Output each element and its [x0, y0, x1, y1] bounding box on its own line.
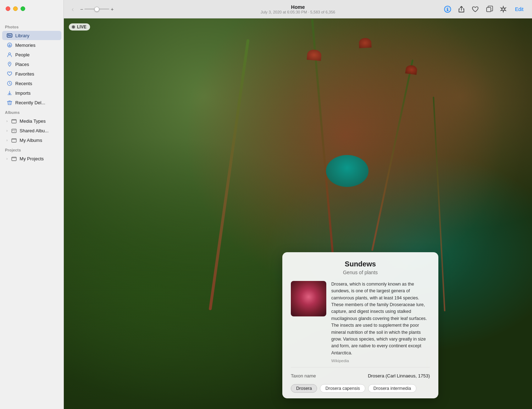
live-dot [72, 25, 75, 29]
favorites-icon [6, 71, 13, 77]
svg-rect-8 [12, 130, 13, 131]
sidebar-item-library[interactable]: Library [2, 31, 61, 40]
popup-taxon-label: Taxon name [291, 373, 316, 378]
sidebar: Photos Library Memories [0, 0, 64, 409]
my-projects-label: My Projects [20, 156, 44, 161]
enhance-button[interactable] [498, 4, 509, 15]
sidebar-item-media-types[interactable]: › Media Types [2, 116, 61, 126]
svg-rect-10 [14, 131, 15, 132]
popup-taxon-value: Drosera (Carl Linnaeus, 1753) [368, 373, 430, 378]
zoom-plus-icon[interactable]: + [111, 6, 113, 12]
zoom-slider[interactable] [84, 9, 109, 10]
sidebar-item-favorites[interactable]: Favorites [2, 69, 61, 78]
title-bar: ‹ − + Home July 3, 2020 at 6:05:30 PM · … [64, 0, 532, 18]
duplicate-button[interactable] [484, 4, 494, 14]
popup-title: Sundews [291, 260, 430, 268]
expand-icon-projects: › [6, 157, 7, 161]
albums-section-label: Albums [0, 107, 63, 116]
imports-icon [6, 90, 13, 96]
sidebar-item-recently-deleted[interactable]: Recently Del... [2, 98, 61, 107]
zoom-minus-icon[interactable]: − [80, 6, 83, 12]
nav-controls: ‹ − + [70, 5, 113, 14]
info-icon [444, 5, 451, 13]
title-center: Home July 3, 2020 at 6:05:30 PM · 5,583 … [261, 4, 335, 14]
svg-point-1 [8, 35, 9, 36]
my-projects-icon [11, 155, 17, 162]
sidebar-item-memories[interactable]: Memories [2, 40, 61, 50]
popup-tag-drosera-intermedia[interactable]: Drosera intermedia [368, 384, 416, 393]
maximize-button[interactable] [21, 6, 25, 11]
expand-icon-myalbums: › [6, 138, 7, 142]
info-button[interactable] [442, 4, 453, 15]
media-types-label: Media Types [20, 118, 45, 124]
live-label: LIVE [77, 24, 87, 29]
info-popup: Sundews Genus of plants Drosera, which i… [282, 252, 438, 398]
edit-button[interactable]: Edit [512, 5, 526, 13]
memories-icon [6, 42, 13, 48]
duplicate-icon [486, 5, 493, 13]
photo-background: LIVE Sundews Genus of plants Drosera, wh… [64, 18, 532, 409]
projects-section-label: Projects [0, 145, 63, 154]
popup-tag-drosera[interactable]: Drosera [291, 384, 317, 393]
favorite-button[interactable] [470, 4, 481, 15]
library-icon [6, 32, 13, 39]
traffic-lights [6, 6, 25, 11]
close-button[interactable] [6, 6, 10, 11]
popup-thumbnail [291, 281, 326, 316]
people-label: People [15, 52, 29, 57]
places-label: Places [15, 62, 29, 67]
popup-source: Wikipedia [331, 359, 430, 363]
photo-area: LIVE Sundews Genus of plants Drosera, wh… [64, 18, 532, 409]
sidebar-item-people[interactable]: People [2, 50, 61, 59]
my-albums-label: My Albums [20, 138, 42, 143]
zoom-controls: − + [80, 6, 113, 12]
popup-tags: Drosera Drosera capensis Drosera interme… [291, 384, 430, 393]
sidebar-item-my-projects[interactable]: › My Projects [2, 154, 61, 163]
svg-rect-9 [14, 130, 16, 131]
popup-body: Drosera, which is commonly known as the … [291, 281, 430, 363]
media-types-icon [11, 118, 17, 124]
share-icon [458, 6, 465, 13]
popup-subtitle: Genus of plants [291, 270, 430, 275]
share-button[interactable] [456, 4, 466, 14]
svg-rect-15 [487, 7, 491, 12]
teal-bowl [326, 155, 368, 187]
live-badge: LIVE [69, 23, 90, 31]
back-button[interactable]: ‹ [70, 5, 76, 14]
expand-icon-shared: › [6, 129, 7, 133]
popup-description-area: Drosera, which is commonly known as the … [331, 281, 430, 363]
recently-deleted-label: Recently Del... [15, 100, 45, 105]
enhance-icon [499, 5, 507, 13]
toolbar-actions: Edit [442, 4, 526, 15]
recents-label: Recents [15, 81, 32, 86]
svg-point-4 [9, 63, 10, 64]
expand-icon: › [6, 119, 7, 123]
heart-icon [471, 5, 479, 13]
pitcher-top-2 [359, 38, 371, 48]
sidebar-item-shared-albums[interactable]: › Shared Albu... [2, 126, 61, 135]
imports-label: Imports [15, 90, 31, 96]
my-albums-icon [11, 137, 17, 143]
recents-icon [6, 80, 13, 87]
popup-tag-drosera-capensis[interactable]: Drosera capensis [320, 384, 365, 393]
svg-point-14 [447, 7, 448, 8]
main-content: ‹ − + Home July 3, 2020 at 6:05:30 PM · … [64, 0, 532, 409]
sidebar-item-places[interactable]: Places [2, 60, 61, 69]
svg-point-3 [9, 53, 11, 55]
popup-thumb-image [291, 281, 326, 316]
people-icon [6, 51, 13, 58]
window-subtitle: July 3, 2020 at 6:05:30 PM · 5,583 of 6,… [261, 10, 335, 14]
places-icon [6, 61, 13, 67]
photos-section-label: Photos [0, 22, 63, 31]
memories-label: Memories [15, 43, 35, 48]
popup-description: Drosera, which is commonly known as the … [331, 281, 430, 357]
sidebar-item-my-albums[interactable]: › My Albums [2, 136, 61, 145]
shared-albums-label: Shared Albu... [20, 128, 49, 133]
window-title: Home [261, 4, 335, 10]
sidebar-item-recents[interactable]: Recents [2, 79, 61, 88]
popup-divider [291, 367, 430, 367]
shared-albums-icon [11, 127, 17, 134]
library-label: Library [15, 33, 29, 38]
minimize-button[interactable] [13, 6, 18, 11]
sidebar-item-imports[interactable]: Imports [2, 88, 61, 98]
